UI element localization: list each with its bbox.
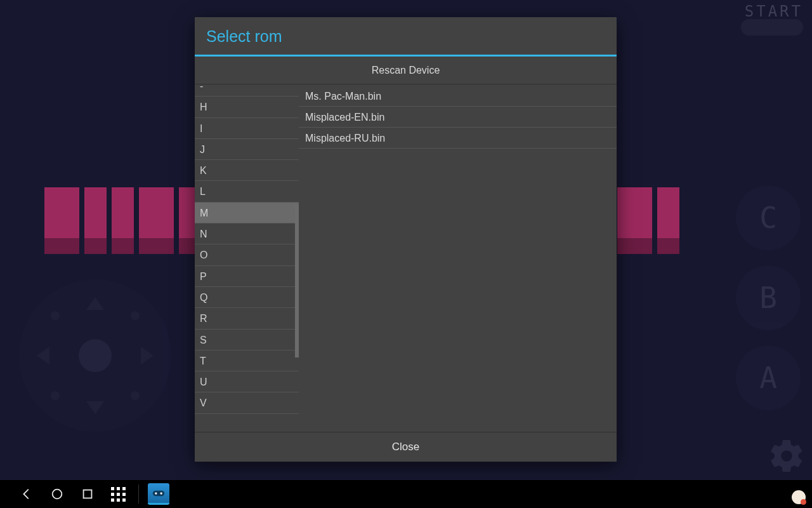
svg-rect-2 [153, 490, 164, 495]
alpha-item-I[interactable]: I [195, 118, 299, 139]
dpad-up-icon[interactable] [86, 297, 104, 310]
dpad-right-icon[interactable] [141, 347, 154, 364]
svg-point-3 [155, 492, 157, 494]
file-item[interactable]: Misplaced-RU.bin [299, 128, 617, 149]
alpha-item-H[interactable]: H [195, 97, 299, 117]
dialog-title: Select rom [195, 17, 617, 55]
file-item[interactable]: Ms. Pac-Man.bin [299, 86, 617, 107]
alpha-item-M[interactable]: M [195, 203, 299, 224]
tray-notification-icon[interactable] [792, 490, 806, 504]
dpad[interactable] [19, 279, 171, 432]
alpha-item-S[interactable]: S [195, 330, 299, 351]
svg-point-4 [160, 492, 162, 494]
start-label: START [745, 3, 803, 20]
nav-back-icon[interactable] [11, 480, 42, 508]
file-list: Ms. Pac-Man.binMisplaced-EN.binMisplaced… [299, 84, 617, 432]
settings-gear-icon[interactable] [768, 437, 806, 475]
nav-recents-icon[interactable] [72, 480, 103, 508]
android-navbar [0, 480, 812, 508]
alpha-item-R[interactable]: R [195, 308, 299, 329]
alpha-item-V[interactable]: V [195, 392, 299, 413]
alpha-item-J[interactable]: J [195, 139, 299, 160]
close-button[interactable]: Close [195, 432, 617, 462]
button-c[interactable]: C [736, 185, 801, 250]
dpad-down-icon[interactable] [86, 401, 104, 414]
file-item[interactable]: Misplaced-EN.bin [299, 107, 617, 128]
alpha-index[interactable]: -HIJKLMNOPQRSTUV [195, 84, 299, 432]
alpha-item-N[interactable]: N [195, 224, 299, 244]
alpha-item-T[interactable]: T [195, 351, 299, 371]
svg-rect-1 [84, 490, 92, 498]
button-a[interactable]: A [736, 345, 801, 410]
rescan-device-button[interactable]: Rescan Device [195, 57, 617, 84]
nav-home-icon[interactable] [42, 480, 72, 508]
taskbar-app-emulator-icon[interactable] [148, 483, 169, 505]
dpad-left-icon[interactable] [37, 347, 49, 364]
alpha-item-O[interactable]: O [195, 244, 299, 265]
alpha-item-L[interactable]: L [195, 181, 299, 202]
button-b[interactable]: B [736, 265, 801, 330]
alpha-item-P[interactable]: P [195, 266, 299, 287]
alpha-item--[interactable]: - [195, 84, 299, 97]
scrollbar-thumb[interactable] [295, 205, 299, 358]
select-rom-dialog: Select rom Rescan Device -HIJKLMNOPQRSTU… [195, 17, 617, 462]
alpha-item-K[interactable]: K [195, 160, 299, 181]
alpha-item-Q[interactable]: Q [195, 287, 299, 308]
nav-apps-icon[interactable] [103, 480, 133, 508]
alpha-item-U[interactable]: U [195, 371, 299, 392]
start-button[interactable] [741, 19, 803, 36]
svg-point-0 [53, 490, 62, 499]
